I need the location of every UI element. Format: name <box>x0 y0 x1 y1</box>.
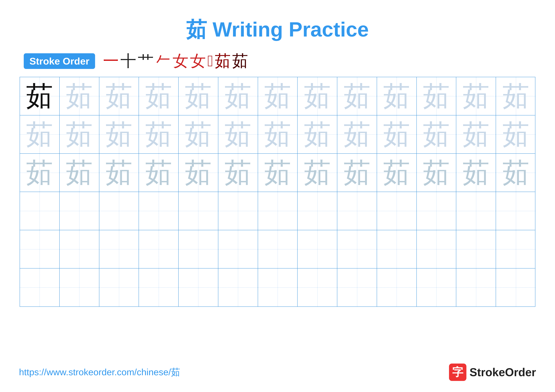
grid-cell: 茹 <box>218 154 258 192</box>
grid-cell[interactable] <box>377 192 417 230</box>
grid-cell[interactable] <box>99 269 139 306</box>
grid-cell[interactable] <box>337 269 377 306</box>
grid-cell: 茹 <box>139 77 179 115</box>
page-title: 茹 Writing Practice <box>186 16 369 44</box>
grid-cell[interactable] <box>258 230 298 268</box>
stroke-8: 茹 <box>215 53 231 69</box>
grid-cell: 茹 <box>456 154 496 192</box>
grid-cell[interactable] <box>298 192 337 230</box>
grid-cell[interactable] <box>417 269 456 306</box>
grid-cell: 茹 <box>417 154 456 192</box>
grid-cell[interactable] <box>258 192 298 230</box>
grid-row-4 <box>20 192 535 230</box>
grid-cell[interactable] <box>337 192 377 230</box>
footer-logo: 字 StrokeOrder <box>449 363 536 381</box>
grid-cell[interactable] <box>417 192 456 230</box>
stroke-5: 女 <box>173 53 189 69</box>
grid-row-6 <box>20 269 535 306</box>
grid-cell[interactable] <box>60 269 99 306</box>
grid-cell: 茹 <box>99 154 139 192</box>
grid-cell[interactable] <box>496 269 536 306</box>
grid-cell[interactable] <box>496 192 536 230</box>
grid-row-3: 茹 茹 茹 茹 茹 茹 茹 茹 茹 茹 茹 茹 茹 <box>20 154 535 192</box>
grid-cell[interactable] <box>218 269 258 306</box>
grid-cell[interactable] <box>456 192 496 230</box>
title-rest: Writing Practice <box>207 18 369 41</box>
grid-cell[interactable] <box>456 230 496 268</box>
grid-cell: 茹 <box>496 77 536 115</box>
title-chinese: 茹 <box>186 18 207 41</box>
grid-cell[interactable] <box>258 269 298 306</box>
grid-cell[interactable] <box>60 192 99 230</box>
grid-cell[interactable] <box>417 230 456 268</box>
strokeorder-logo-icon: 字 <box>449 363 466 381</box>
grid-cell: 茹 <box>377 154 417 192</box>
grid-cell: 茹 <box>298 115 337 153</box>
page: 茹 Writing Practice Stroke Order 一 十 艹 𠂉 … <box>0 0 555 392</box>
grid-cell: 茹 <box>417 115 456 153</box>
footer-url[interactable]: https://www.strokeorder.com/chinese/茹 <box>19 366 180 378</box>
grid-cell: 茹 <box>496 154 536 192</box>
grid-cell[interactable] <box>99 192 139 230</box>
grid-cell: 茹 <box>20 77 60 115</box>
grid-row-1: 茹 茹 茹 茹 茹 茹 茹 茹 茹 茹 茹 茹 茹 <box>20 77 535 115</box>
grid-cell[interactable] <box>377 269 417 306</box>
stroke-9: 茹 <box>232 53 248 69</box>
grid-cell[interactable] <box>377 230 417 268</box>
grid-cell: 茹 <box>139 154 179 192</box>
stroke-order-badge: Stroke Order <box>24 53 95 69</box>
grid-cell: 茹 <box>298 77 337 115</box>
grid-cell[interactable] <box>337 230 377 268</box>
grid-cell[interactable] <box>60 230 99 268</box>
grid-cell[interactable] <box>179 192 218 230</box>
logo-text: StrokeOrder <box>470 366 536 379</box>
grid-cell: 茹 <box>60 154 99 192</box>
grid-cell: 茹 <box>456 115 496 153</box>
grid-cell: 茹 <box>218 77 258 115</box>
grid-cell: 茹 <box>99 115 139 153</box>
grid-cell: 茹 <box>337 115 377 153</box>
grid-cell[interactable] <box>298 230 337 268</box>
stroke-order-row: Stroke Order 一 十 艹 𠂉 女 女 𡟓 茹 茹 <box>19 53 536 69</box>
grid-cell[interactable] <box>298 269 337 306</box>
grid-cell: 茹 <box>337 77 377 115</box>
grid-cell[interactable] <box>218 192 258 230</box>
grid-cell: 茹 <box>20 154 60 192</box>
footer: https://www.strokeorder.com/chinese/茹 字 … <box>19 363 536 381</box>
grid-cell: 茹 <box>60 115 99 153</box>
grid-cell[interactable] <box>496 230 536 268</box>
grid-cell: 茹 <box>417 77 456 115</box>
stroke-7: 𡟓 <box>207 53 213 69</box>
stroke-3: 艹 <box>138 53 154 69</box>
grid-cell[interactable] <box>179 269 218 306</box>
grid-cell: 茹 <box>496 115 536 153</box>
grid-cell[interactable] <box>139 230 179 268</box>
grid-cell: 茹 <box>139 115 179 153</box>
grid-cell[interactable] <box>139 192 179 230</box>
grid-row-2: 茹 茹 茹 茹 茹 茹 茹 茹 茹 茹 茹 茹 茹 <box>20 115 535 154</box>
grid-cell: 茹 <box>456 77 496 115</box>
grid-cell: 茹 <box>377 77 417 115</box>
grid-cell[interactable] <box>20 269 60 306</box>
grid-cell: 茹 <box>179 154 218 192</box>
grid-cell: 茹 <box>258 154 298 192</box>
stroke-1: 一 <box>103 53 119 69</box>
grid-cell[interactable] <box>218 230 258 268</box>
grid-cell[interactable] <box>99 230 139 268</box>
grid-cell[interactable] <box>179 230 218 268</box>
grid-cell[interactable] <box>456 269 496 306</box>
grid-cell: 茹 <box>258 115 298 153</box>
grid-cell[interactable] <box>20 192 60 230</box>
practice-grid: 茹 茹 茹 茹 茹 茹 茹 茹 茹 茹 茹 茹 茹 茹 茹 茹 茹 茹 茹 茹 … <box>20 77 535 307</box>
grid-cell: 茹 <box>60 77 99 115</box>
stroke-6: 女 <box>190 53 206 69</box>
grid-cell: 茹 <box>377 115 417 153</box>
grid-cell: 茹 <box>20 115 60 153</box>
grid-cell[interactable] <box>139 269 179 306</box>
stroke-4: 𠂉 <box>155 53 171 69</box>
grid-cell: 茹 <box>258 77 298 115</box>
grid-cell: 茹 <box>179 77 218 115</box>
grid-cell: 茹 <box>218 115 258 153</box>
grid-cell: 茹 <box>179 115 218 153</box>
grid-cell[interactable] <box>20 230 60 268</box>
